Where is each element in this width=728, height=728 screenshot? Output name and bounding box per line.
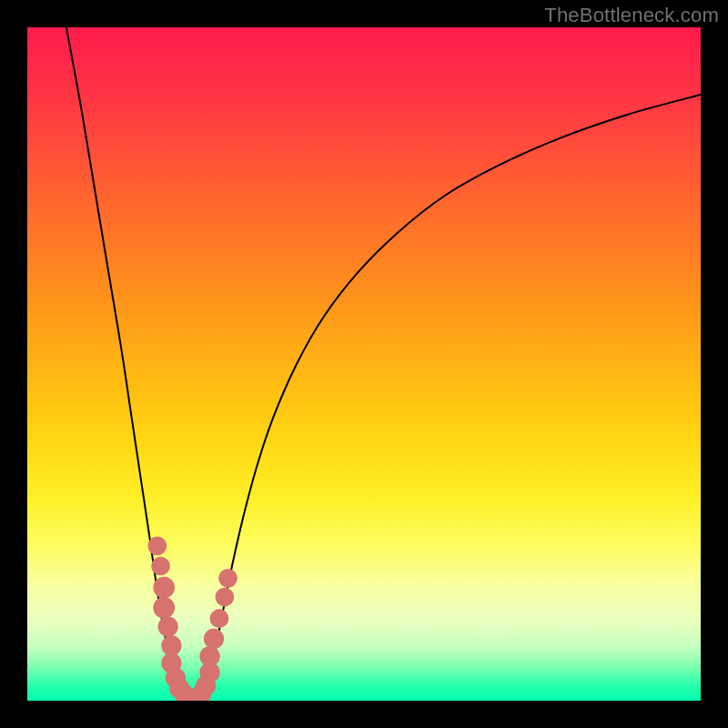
highlight-dot [161,635,181,655]
highlight-dot [153,597,175,619]
highlight-dot [199,646,219,666]
highlight-dot [147,536,167,555]
plot-area [27,27,701,701]
highlight-dot [215,588,234,607]
highlight-dot [210,609,229,628]
highlight-dot [204,629,224,649]
highlight-dot [151,557,170,576]
curve-layer [27,27,701,701]
watermark-text: TheBottleneck.com [544,4,719,27]
highlight-dot [158,617,178,637]
highlight-dot [218,569,238,588]
chart-frame: TheBottleneck.com [0,0,728,728]
highlight-dot [153,577,175,599]
